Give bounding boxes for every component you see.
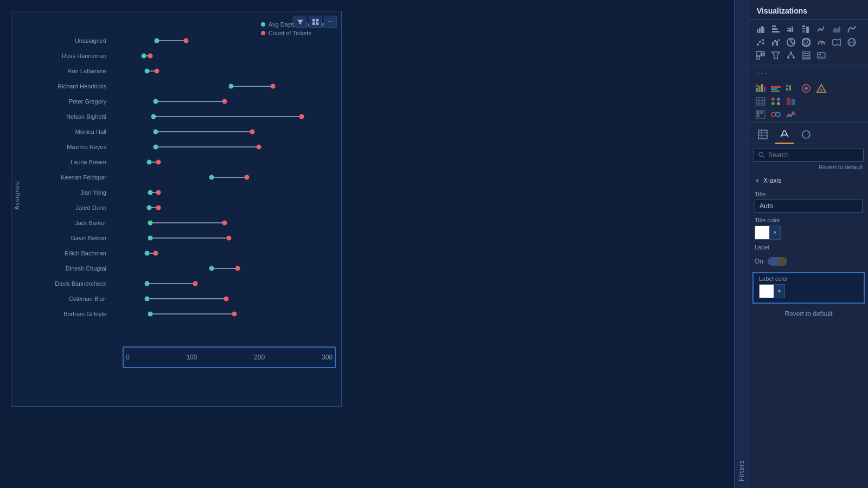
chart-row: Davis Bannercheck (22, 276, 336, 291)
row-track (112, 215, 336, 230)
tab-format[interactable] (775, 126, 794, 144)
chart-body: Avg Days To Resolve Count of Tickets Una… (22, 17, 341, 374)
chart-row: Richard Hendricks (22, 79, 336, 94)
dot-red (235, 266, 240, 271)
tab-analytics[interactable] (797, 126, 815, 144)
svg-rect-8 (772, 25, 776, 27)
revert-default-button[interactable]: Revert to default (755, 310, 863, 318)
ellipsis-row: ··· (749, 66, 868, 80)
y-axis-label: Assignee (11, 17, 22, 374)
viz-icon-stacked-bar[interactable] (784, 23, 798, 35)
label-color-dropdown[interactable]: ▼ (774, 284, 785, 298)
spec-icon-1[interactable] (754, 82, 768, 94)
svg-rect-53 (819, 54, 821, 55)
x-axis: 0 100 200 300 (123, 346, 336, 368)
viz-icon-bar[interactable] (754, 23, 768, 35)
label-toggle[interactable] (768, 257, 787, 266)
viz-icon-area[interactable] (829, 23, 844, 35)
svg-rect-27 (778, 39, 780, 41)
spec-icon-11[interactable] (784, 108, 798, 120)
viz-icon-stacked-col[interactable] (799, 23, 813, 35)
viz-icon-decomp[interactable] (784, 49, 798, 61)
row-track (112, 306, 336, 322)
dot-teal (146, 160, 151, 165)
viz-icon-waterfall[interactable] (769, 36, 783, 48)
spec-icon-4[interactable] (799, 82, 813, 94)
spec-icon-6[interactable] (754, 95, 768, 107)
viz-icon-ribbon[interactable] (845, 23, 859, 35)
spec-icon-5[interactable] (814, 82, 828, 94)
dumbbell-line (212, 177, 247, 178)
title-input[interactable] (755, 200, 863, 213)
row-label: Gavin Belson (22, 235, 112, 241)
search-input[interactable] (768, 151, 859, 159)
viz-icon-funnel[interactable] (769, 49, 783, 61)
more-button[interactable]: ⋯ (324, 16, 337, 28)
spec-icon-9[interactable] (754, 108, 768, 120)
dumbbell-line (150, 313, 234, 314)
spec-icon-7[interactable] (769, 95, 783, 107)
dumbbell-line (147, 283, 195, 284)
grid-button[interactable] (309, 16, 322, 28)
filter-button[interactable] (293, 16, 307, 28)
svg-rect-6 (761, 26, 763, 33)
dot-teal (209, 175, 214, 180)
viz-icon-matrix[interactable] (799, 49, 813, 61)
x-axis-section-header[interactable]: ▼ X-axis (749, 172, 868, 189)
svg-rect-48 (802, 52, 810, 53)
svg-rect-51 (802, 58, 810, 59)
dumbbell-line (147, 298, 226, 299)
action-tabs (749, 123, 868, 144)
viz-icon-gauge[interactable] (814, 36, 828, 48)
title-color-group: Title color ▼ (749, 215, 868, 242)
chart-row: Jared Dunn (22, 200, 336, 215)
tab-table[interactable] (754, 126, 772, 144)
spec-icon-2[interactable] (769, 82, 783, 94)
dot-teal (153, 145, 158, 150)
viz-icon-treemap[interactable] (754, 49, 768, 61)
svg-marker-34 (833, 39, 840, 46)
title-color-dropdown[interactable]: ▼ (770, 226, 781, 240)
viz-icon-line[interactable] (814, 23, 828, 35)
row-track (112, 261, 336, 276)
svg-rect-38 (757, 52, 761, 56)
viz-icon-donut[interactable] (799, 36, 813, 48)
label-field-group: Label (749, 242, 868, 255)
svg-rect-82 (757, 111, 760, 114)
dot-red (222, 221, 227, 226)
chart-row: Ron Laflamme (22, 63, 336, 79)
dumbbell-line (212, 268, 238, 269)
dot-teal (145, 251, 150, 256)
dot-teal (145, 297, 150, 301)
svg-rect-54 (819, 56, 823, 56)
viz-icon-scatter[interactable] (754, 36, 768, 48)
row-label: Laurie Bream (22, 159, 112, 165)
row-label: Unassigned (22, 37, 112, 44)
row-track (112, 109, 336, 124)
spec-icon-10[interactable] (769, 108, 783, 120)
row-label: Keenan Feldspar (22, 174, 112, 181)
dot-red (222, 99, 227, 104)
row-label: Coleman Blair (22, 296, 112, 302)
svg-rect-9 (772, 28, 777, 30)
label-color-swatch[interactable] (759, 284, 774, 298)
title-color-swatch[interactable] (755, 226, 770, 240)
spec-icon-3[interactable] (784, 82, 798, 94)
svg-rect-80 (792, 99, 795, 105)
dot-teal (148, 221, 153, 226)
viz-icon-column[interactable] (769, 23, 783, 35)
chart-row: Jian Yang (22, 185, 336, 200)
svg-rect-63 (786, 85, 788, 87)
row-label: Russ Hanneman (22, 53, 112, 59)
revert-to-default-link[interactable]: Revert to default (749, 162, 868, 172)
x-tick-2: 200 (254, 354, 265, 361)
svg-point-76 (777, 98, 780, 101)
viz-icon-globe[interactable] (845, 36, 859, 48)
viz-icon-map[interactable] (829, 36, 844, 48)
special-icons (749, 80, 868, 123)
viz-icon-card[interactable] (814, 49, 828, 61)
viz-icon-pie[interactable] (784, 36, 798, 48)
label-field-label: Label (755, 244, 863, 251)
spec-icon-8[interactable] (784, 95, 798, 107)
filters-strip[interactable]: Filters (734, 0, 749, 488)
